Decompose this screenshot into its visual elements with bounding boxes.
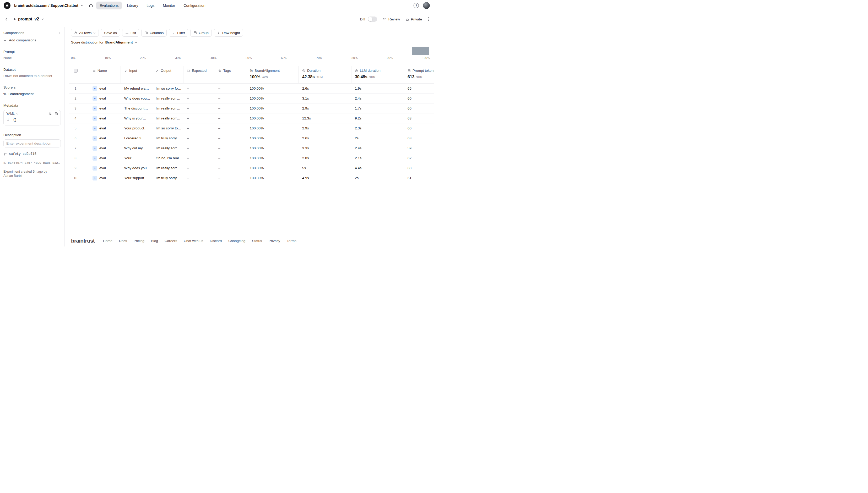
cell-input: Your…	[121, 156, 152, 160]
footer-link[interactable]: Blog	[151, 239, 158, 243]
column-header-brandalignment[interactable]: % BrandAlignment 100% AVG	[246, 66, 299, 83]
histogram-bar[interactable]	[412, 47, 429, 55]
table-row[interactable]: 4 eval Why is your…	[69, 113, 434, 123]
metadata-code-area[interactable]: 1 {}	[4, 116, 61, 125]
footer-link[interactable]: Docs	[119, 239, 127, 243]
copy-button[interactable]	[55, 112, 58, 115]
table-row[interactable]: 5 eval Your product…	[69, 123, 434, 133]
row-tags: –	[218, 136, 220, 140]
description-input[interactable]	[3, 140, 61, 148]
axis-tick-label: 0%	[71, 56, 76, 60]
metadata-editor-actions	[49, 112, 58, 115]
footer-link[interactable]: Status	[252, 239, 262, 243]
tab-configuration[interactable]: Configuration	[180, 2, 209, 9]
scorer-name: BrandAlignment	[8, 92, 34, 96]
home-button[interactable]	[89, 3, 93, 7]
dataset-value: Rows not attached to a dataset	[3, 74, 61, 78]
git-ref[interactable]: safety cd2e716	[3, 152, 61, 156]
row-name: eval	[99, 106, 106, 110]
footer-link[interactable]: Discord	[210, 239, 222, 243]
table-row[interactable]: 9 eval Why does you…	[69, 163, 434, 173]
breadcrumb[interactable]: braintrustdata.com / SupportChatbot	[14, 3, 83, 7]
column-header-llm-duration[interactable]: LLM duration 30.48s SUM	[352, 66, 404, 83]
row-duration: 5s	[302, 166, 306, 170]
copy-icon	[55, 112, 58, 115]
add-comparisons-button[interactable]: Add comparisons	[3, 38, 61, 42]
main-panel: All rows Save as List	[65, 27, 434, 246]
table-row[interactable]: 6 eval I ordered 3…	[69, 133, 434, 143]
row-input: The discount…	[124, 106, 148, 110]
axis-tick-label: 20%	[140, 56, 146, 60]
tab-monitor[interactable]: Monitor	[160, 2, 179, 9]
help-icon[interactable]	[414, 3, 419, 8]
metadata-editor-header: YAML	[4, 110, 61, 116]
save-as-button[interactable]: Save as	[101, 29, 120, 37]
table-row[interactable]: 10 eval Your support…	[69, 173, 434, 183]
footer-link[interactable]: Privacy	[269, 239, 280, 243]
columns-button[interactable]: Columns	[141, 29, 167, 37]
row-duration: 2.6s	[302, 86, 309, 90]
cell-row-number: 6	[69, 136, 89, 140]
table-row[interactable]: 8 eval Your… Oh no	[69, 153, 434, 163]
row-input: Why does you…	[124, 97, 150, 100]
more-menu-button[interactable]	[428, 17, 429, 21]
cell-tags: –	[215, 146, 246, 150]
cell-llm-duration: 2s	[352, 176, 404, 180]
brand-logo-icon[interactable]	[4, 2, 10, 9]
footer-link[interactable]: Home	[103, 239, 112, 243]
review-button[interactable]: Review	[383, 17, 400, 21]
footer-link[interactable]: Pricing	[134, 239, 144, 243]
braintrust-wordmark[interactable]: braintrust	[71, 238, 94, 244]
column-header-name[interactable]: Name	[89, 66, 121, 83]
scorer-item-brandalignment[interactable]: % BrandAlignment	[3, 92, 61, 96]
cell-expected: –	[184, 156, 215, 160]
output-arrow-icon	[156, 69, 159, 72]
metadata-format-select[interactable]: YAML	[6, 112, 19, 115]
chevron-down-icon[interactable]	[41, 18, 44, 20]
back-arrow-icon	[4, 17, 8, 21]
back-button[interactable]	[4, 17, 8, 21]
column-header-expected[interactable]: Expected	[184, 66, 215, 83]
tab-evaluations[interactable]: Evaluations	[96, 2, 122, 9]
list-view-button[interactable]: List	[122, 29, 139, 37]
footer-link[interactable]: Changelog	[228, 239, 245, 243]
brand-avg-value: 100%	[250, 74, 260, 79]
user-avatar[interactable]	[423, 2, 430, 9]
format-button[interactable]	[49, 112, 52, 115]
table-row[interactable]: 1 eval My refund wa…	[69, 84, 434, 93]
axis-tick-label: 80%	[352, 56, 358, 60]
column-header-tags[interactable]: Tags	[215, 66, 246, 83]
row-score: 100.00%	[250, 97, 263, 100]
footer-link[interactable]: Chat with us	[184, 239, 203, 243]
group-button[interactable]: Group	[190, 29, 212, 37]
cell-expected: –	[184, 126, 215, 130]
select-all-checkbox[interactable]	[73, 69, 78, 72]
column-header-input[interactable]: Input	[121, 66, 152, 83]
column-header-prompt-tokens[interactable]: Prompt tokens 613 SUM	[404, 66, 434, 83]
tab-library[interactable]: Library	[123, 2, 142, 9]
cell-row-number: 1	[69, 87, 89, 90]
collapse-sidebar-button[interactable]	[57, 31, 61, 35]
zap-icon	[93, 127, 96, 130]
dataset-section-title: Dataset	[3, 68, 61, 71]
rows-scope-button[interactable]: All rows	[71, 29, 99, 37]
column-header-duration[interactable]: Duration 42.38s SUM	[299, 66, 352, 83]
row-height-button[interactable]: Row height	[214, 29, 243, 37]
column-label: Input	[129, 69, 137, 72]
table-row[interactable]: 7 eval Why did my…	[69, 143, 434, 153]
filter-button[interactable]: Filter	[169, 29, 188, 37]
row-input: I ordered 3…	[124, 136, 145, 140]
table-row[interactable]: 2 eval Why does you…	[69, 93, 434, 104]
table-row[interactable]: 3 eval The discount…	[69, 104, 434, 113]
private-button[interactable]: Private	[406, 17, 422, 21]
cell-input: Why is your…	[121, 116, 152, 120]
cell-duration: 3.1s	[299, 97, 352, 100]
diff-toggle[interactable]	[368, 17, 377, 22]
score-distribution-selector[interactable]: Score distribution for BrandAlignment	[71, 40, 137, 44]
footer-link[interactable]: Terms	[287, 239, 296, 243]
cell-name: eval	[89, 146, 121, 151]
tab-logs[interactable]: Logs	[143, 2, 158, 9]
tokens-sum-value: 613	[407, 74, 414, 79]
column-header-output[interactable]: Output	[152, 66, 184, 83]
footer-link[interactable]: Careers	[165, 239, 177, 243]
